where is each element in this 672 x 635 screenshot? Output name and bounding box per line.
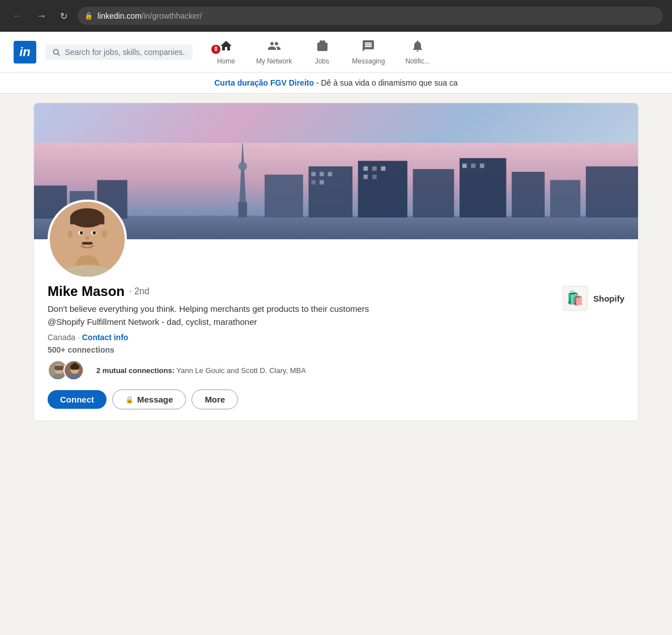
profile-card: Mike Mason · 2nd Don't believe everythin…	[33, 103, 639, 421]
notifications-label: Notific...	[405, 57, 429, 65]
svg-rect-22	[320, 180, 324, 185]
jobs-label: Jobs	[315, 57, 329, 65]
profile-name: Mike Mason	[48, 283, 125, 299]
profile-headline: Don't believe everything you think. Help…	[48, 303, 376, 328]
messaging-label: Messaging	[352, 57, 385, 65]
nav-items: 8 Home My Network Jobs Messaging	[206, 32, 440, 73]
profile-location: Canada · Contact info	[48, 333, 563, 342]
ssl-lock-icon: 🔒	[84, 12, 93, 20]
nav-item-my-network[interactable]: My Network	[246, 32, 302, 73]
home-label: Home	[217, 57, 235, 65]
search-bar[interactable]	[45, 44, 193, 60]
search-input[interactable]	[65, 48, 186, 57]
svg-point-40	[92, 231, 96, 235]
message-button[interactable]: 🔒 Message	[112, 390, 186, 409]
profile-avatar	[48, 200, 127, 279]
svg-point-53	[72, 363, 78, 369]
svg-point-39	[80, 231, 83, 235]
svg-rect-21	[311, 180, 316, 185]
svg-rect-36	[70, 217, 104, 224]
svg-rect-26	[363, 175, 368, 179]
company-name: Shopify	[593, 294, 624, 303]
linkedin-logo[interactable]: in	[14, 41, 36, 64]
svg-rect-29	[471, 164, 475, 168]
ad-banner: Curta duração FGV Direito - Dê à sua vid…	[0, 73, 672, 94]
search-icon	[52, 48, 60, 57]
svg-rect-48	[54, 366, 63, 370]
mutual-connections: 2 mutual connections: Yann Le Gouic and …	[48, 360, 563, 380]
profile-company: 🛍️ Shopify	[563, 283, 624, 311]
svg-rect-30	[480, 164, 484, 168]
more-button[interactable]: More	[192, 390, 238, 409]
refresh-button[interactable]: ↻	[57, 9, 71, 24]
svg-rect-23	[363, 166, 368, 171]
url-bar[interactable]: 🔒 linkedin.com/in/growthhacker/	[78, 7, 663, 25]
mutual-connections-text: 2 mutual connections: Yann Le Gouic and …	[96, 366, 306, 375]
main-content: Mike Mason · 2nd Don't believe everythin…	[24, 94, 648, 430]
action-buttons: Connect 🔒 Message More	[48, 390, 624, 409]
avatar-face-svg	[50, 202, 125, 277]
connect-button[interactable]: Connect	[48, 390, 107, 409]
home-badge: 8	[211, 45, 220, 54]
forward-button[interactable]: →	[33, 9, 50, 23]
svg-point-41	[85, 236, 90, 240]
company-icon: 🛍️	[567, 290, 584, 306]
ad-text: Dê à sua vida o dinamismo que sua ca	[321, 78, 458, 87]
nav-item-messaging[interactable]: Messaging	[342, 32, 395, 73]
svg-line-1	[58, 53, 59, 55]
company-logo: 🛍️	[563, 286, 588, 311]
svg-rect-24	[372, 166, 377, 171]
svg-rect-25	[381, 166, 385, 171]
contact-info-link[interactable]: Contact info	[82, 333, 129, 342]
svg-rect-18	[311, 172, 316, 176]
connections-count: 500+ connections	[48, 345, 563, 354]
nav-item-home[interactable]: 8 Home	[206, 32, 246, 73]
messaging-icon	[361, 39, 375, 56]
svg-point-0	[53, 49, 58, 54]
svg-rect-42	[82, 242, 93, 245]
svg-rect-28	[462, 164, 467, 168]
svg-rect-20	[328, 172, 332, 176]
svg-rect-19	[320, 172, 324, 176]
svg-point-44	[101, 230, 107, 238]
nav-item-jobs[interactable]: Jobs	[302, 32, 342, 73]
jobs-icon	[315, 39, 329, 56]
mutual-avatars	[48, 360, 84, 380]
network-icon	[267, 39, 281, 56]
profile-left: Mike Mason · 2nd Don't believe everythin…	[48, 283, 563, 390]
linkedin-navbar: in 8 Home My Network Jobs	[0, 32, 672, 73]
svg-rect-27	[372, 175, 377, 179]
avatar-container	[48, 200, 127, 279]
degree-badge: · 2nd	[129, 286, 150, 297]
ad-link[interactable]: Curta duração FGV Direito	[214, 78, 314, 87]
back-button[interactable]: ←	[9, 9, 26, 23]
notifications-icon	[411, 39, 424, 56]
lock-icon: 🔒	[125, 396, 134, 404]
my-network-label: My Network	[256, 57, 292, 65]
profile-info-section: Mike Mason · 2nd Don't believe everythin…	[34, 200, 638, 421]
url-text: linkedin.com/in/growthhacker/	[97, 11, 202, 20]
nav-item-notifications[interactable]: Notific...	[395, 32, 440, 73]
profile-name-row: Mike Mason · 2nd	[48, 283, 563, 299]
mutual-avatar-2	[63, 360, 84, 380]
svg-point-43	[67, 230, 73, 238]
home-icon: 8	[219, 39, 233, 56]
profile-top-row: Mike Mason · 2nd Don't believe everythin…	[48, 283, 624, 390]
browser-chrome: ← → ↻ 🔒 linkedin.com/in/growthhacker/	[0, 0, 672, 32]
svg-point-9	[239, 162, 248, 171]
